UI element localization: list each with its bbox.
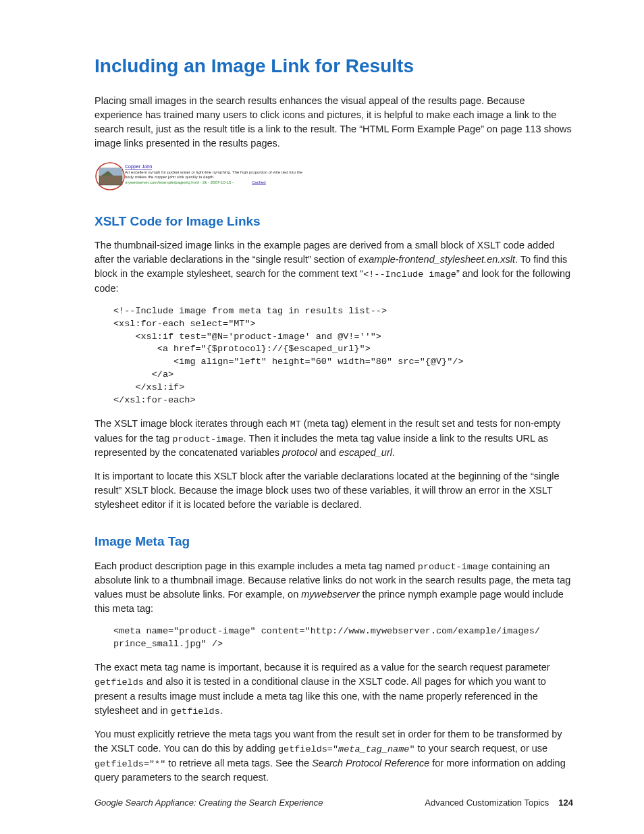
xslt-explain-paragraph: The XSLT image block iterates through ea… [95,417,573,460]
xslt-intro-paragraph: The thumbnail-sized image links in the e… [95,238,573,296]
meta-note-paragraph: The exact meta tag name is important, be… [95,660,573,718]
svg-text:mywebserver.com/example/pages/: mywebserver.com/example/pages/cj.html - … [125,180,234,184]
inline-code: getfields="meta_tag_name" [278,744,415,754]
inline-code: <!--Include image [363,269,456,280]
inline-code: getfields [171,706,220,716]
var-name: escaped_url [339,447,392,458]
footer-doc-title: Google Search Appliance: Creating the Se… [95,797,323,810]
inline-code: product-image [172,434,243,444]
server-name: mywebserver [301,589,359,600]
page-body: Including an Image Link for Results Plac… [0,0,644,834]
inline-code: product-image [418,562,489,572]
inline-code: MT [290,419,301,429]
heading-meta: Image Meta Tag [95,532,573,551]
meta-retrieve-paragraph: You must explicitly retrieve the meta ta… [95,727,573,785]
inline-code: getfields="*" [95,759,165,769]
filename: example-frontend_stylesheet.en.xslt [358,254,515,265]
intro-paragraph: Placing small images in the search resul… [95,94,573,151]
meta-intro-paragraph: Each product description page in this ex… [95,559,573,617]
example-thumbnail-figure: Copper John An excellent nymph for pocke… [95,161,573,192]
svg-text:Cached: Cached [252,180,266,184]
svg-text:An excellent nymph for pocket : An excellent nymph for pocket water or t… [125,170,303,174]
heading-1: Including an Image Link for Results [95,53,573,80]
page-number: 124 [558,798,573,808]
heading-xslt: XSLT Code for Image Links [95,212,573,231]
code-block-meta: <meta name="product-image" content="http… [113,625,573,651]
reference-title: Search Protocol Reference [312,758,429,768]
footer-section: Advanced Customization Topics124 [425,797,573,810]
page-footer: Google Search Appliance: Creating the Se… [95,797,573,810]
xslt-note-paragraph: It is important to locate this XSLT bloc… [95,469,573,512]
svg-text:body makes the copper john sin: body makes the copper john sink quickly … [125,175,215,179]
inline-code: getfields [95,677,144,687]
svg-text:Copper John: Copper John [125,164,152,170]
code-block-xslt: <!--Include image from meta tag in resul… [113,305,573,407]
var-name: protocol [282,447,317,458]
